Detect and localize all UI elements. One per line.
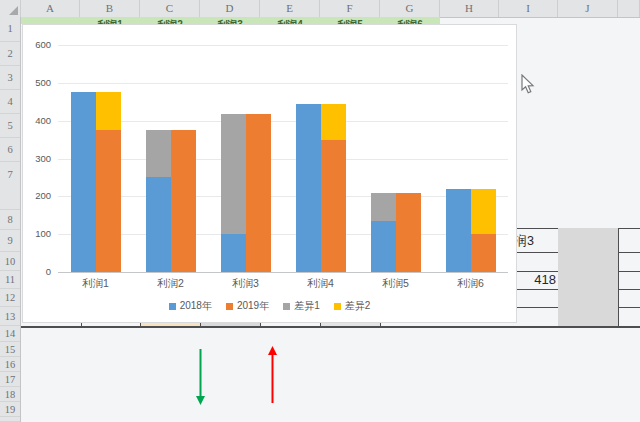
green-fill-row[interactable]: 利润1利润2利润3利润4利润5利润6 — [21, 17, 440, 24]
bar-segment-2018年-利润5[interactable] — [371, 221, 396, 272]
legend-item-差异2[interactable]: 差异2 — [334, 299, 371, 313]
legend-swatch-icon — [226, 303, 233, 310]
row-header-3[interactable]: 3 — [0, 66, 20, 90]
bar-segment-2018年-利润3[interactable] — [221, 234, 246, 272]
row-header-column: 12345678910111213141516171819 — [0, 17, 21, 422]
row-header-10[interactable]: 10 — [0, 252, 20, 271]
column-header-B[interactable]: B — [80, 0, 140, 17]
row-header-16[interactable]: 16 — [0, 357, 20, 372]
bar-segment-2018年-利润1[interactable] — [71, 92, 96, 272]
row-header-14[interactable]: 14 — [0, 326, 20, 342]
column-header-C[interactable]: C — [140, 0, 200, 17]
select-all-triangle-icon — [9, 6, 18, 15]
select-all-corner[interactable] — [0, 0, 21, 17]
column-header-partial[interactable] — [618, 0, 640, 17]
chart-y-tick-label: 600 — [23, 39, 51, 51]
cell-sliver-gray — [320, 323, 380, 327]
legend-item-2019年[interactable]: 2019年 — [226, 299, 269, 313]
chart-category-slot — [58, 45, 133, 272]
row-header-7[interactable]: 7 — [0, 162, 20, 210]
column-header-F[interactable]: F — [320, 0, 380, 17]
bar-segment-2019年-利润1[interactable] — [96, 130, 121, 272]
row-header-12[interactable]: 12 — [0, 289, 20, 308]
chart-category-slot — [283, 45, 358, 272]
row-header-18[interactable]: 18 — [0, 387, 20, 402]
chart-category-label: 利润3 — [208, 277, 283, 291]
bar-pair-利润6 — [446, 189, 496, 272]
bar-segment-2019年-利润5[interactable] — [396, 193, 421, 272]
bar-segment-差异1-利润5[interactable] — [371, 193, 396, 221]
chart-category-slot — [358, 45, 433, 272]
column-header-H[interactable]: H — [440, 0, 499, 17]
bar-stack — [321, 104, 346, 272]
chart-y-tick-label: 500 — [23, 77, 51, 89]
column-header-I[interactable]: I — [499, 0, 558, 17]
legend-item-2018年[interactable]: 2018年 — [169, 299, 212, 313]
bar-stack — [146, 130, 171, 272]
bar-pair-利润2 — [146, 130, 196, 272]
row-header-9[interactable]: 9 — [0, 230, 20, 252]
column-header-D[interactable]: D — [200, 0, 260, 17]
column-header-G[interactable]: G — [380, 0, 440, 17]
bar-segment-2018年-利润2[interactable] — [146, 177, 171, 272]
bar-segment-差异2-利润1[interactable] — [96, 92, 121, 130]
table-border-bottom — [21, 326, 640, 328]
bar-segment-2018年-利润6[interactable] — [446, 189, 471, 272]
legend-swatch-icon — [169, 303, 176, 310]
legend-label: 差异2 — [345, 299, 371, 313]
row-header-5[interactable]: 5 — [0, 114, 20, 138]
row-header-4[interactable]: 4 — [0, 90, 20, 114]
legend-swatch-icon — [283, 303, 290, 310]
bar-stack — [96, 92, 121, 272]
column-header-row: ABCDEFGHIJ — [0, 0, 640, 18]
bar-stack — [396, 193, 421, 272]
bar-segment-2019年-利润6[interactable] — [471, 234, 496, 272]
cell-border-tick — [81, 323, 82, 327]
legend-item-差异1[interactable]: 差异1 — [283, 299, 320, 313]
chart-category-slot — [433, 45, 508, 272]
cell-sliver-gray — [200, 323, 260, 327]
row-header-13[interactable]: 13 — [0, 307, 20, 326]
cell-border-tick — [320, 323, 321, 327]
chart-category-label: 利润2 — [133, 277, 208, 291]
green-down-arrow[interactable] — [195, 347, 206, 407]
chart-y-tick-label: 400 — [23, 115, 51, 127]
bar-segment-2019年-利润4[interactable] — [321, 140, 346, 272]
bar-segment-2019年-利润2[interactable] — [171, 130, 196, 272]
chart-category-labels: 利润1利润2利润3利润4利润5利润6 — [58, 277, 508, 291]
bar-segment-差异1-利润3[interactable] — [221, 114, 246, 234]
bar-stack — [471, 189, 496, 272]
column-header-J[interactable]: J — [558, 0, 618, 17]
row-header-19[interactable]: 19 — [0, 402, 20, 417]
row-header-11[interactable]: 11 — [0, 271, 20, 289]
embedded-bar-chart[interactable]: 6005004003002001000 利润1利润2利润3利润4利润5利润6 2… — [22, 24, 517, 323]
chart-y-tick-label: 100 — [23, 228, 51, 240]
bar-segment-差异2-利润6[interactable] — [471, 189, 496, 234]
row-header-1[interactable]: 1 — [0, 17, 20, 42]
chart-category-label: 利润5 — [358, 277, 433, 291]
cell-border-tick — [140, 323, 141, 327]
chart-x-axis-line — [58, 272, 508, 273]
bar-stack — [171, 130, 196, 272]
bar-segment-差异2-利润4[interactable] — [321, 104, 346, 140]
spreadsheet-app-window: ABCDEFGHIJ 12345678910111213141516171819… — [0, 0, 640, 422]
legend-label: 2018年 — [180, 299, 212, 313]
column-header-A[interactable]: A — [21, 0, 80, 17]
row-header-6[interactable]: 6 — [0, 138, 20, 162]
column-header-E[interactable]: E — [260, 0, 320, 17]
shaded-cells-column-j[interactable] — [558, 228, 618, 327]
bar-segment-2019年-利润3[interactable] — [246, 114, 271, 272]
chart-y-tick-label: 200 — [23, 190, 51, 202]
bar-segment-差异1-利润2[interactable] — [146, 130, 171, 177]
legend-swatch-icon — [334, 303, 341, 310]
bar-stack — [296, 104, 321, 272]
row-header-15[interactable]: 15 — [0, 342, 20, 357]
row-header-2[interactable]: 2 — [0, 42, 20, 66]
chart-plot-area — [58, 45, 508, 272]
row-header-8[interactable]: 8 — [0, 210, 20, 230]
legend-label: 2019年 — [237, 299, 269, 313]
bar-segment-2018年-利润4[interactable] — [296, 104, 321, 272]
red-up-arrow[interactable] — [267, 345, 278, 405]
row-header-partial[interactable] — [0, 417, 20, 422]
row-header-17[interactable]: 17 — [0, 372, 20, 387]
